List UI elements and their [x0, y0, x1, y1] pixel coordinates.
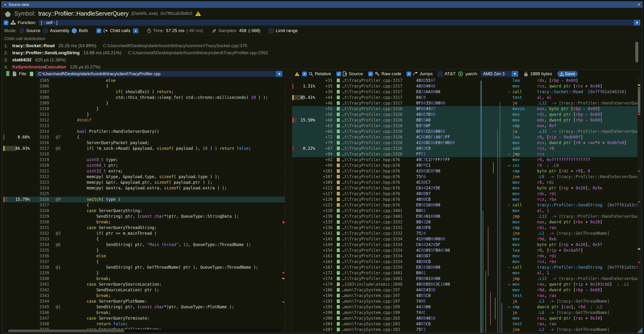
source-line-row[interactable]: 3328 case ServerQueryString:	[3, 208, 285, 214]
asm-source-location[interactable]: …mon\TracySystem.cpp:199	[332, 304, 415, 310]
asm-source-location[interactable]: …t\TracyProfiler.cpp:3326	[332, 140, 415, 146]
assembly-vertical-scrollbar[interactable]	[638, 78, 641, 333]
asm-source-location[interactable]: …t\TracyProfiler.hpp:676	[332, 163, 415, 168]
asm-source-location[interactable]: …t\TracyProfiler.cpp:3401	[332, 208, 415, 213]
child-calls-toggle[interactable]: ✓ Child calls	[96, 28, 130, 33]
source-vertical-scrollbar[interactable]	[282, 78, 285, 333]
asm-source-location[interactable]: …t\TracyProfiler.cpp:3401	[332, 270, 415, 276]
chevron-down-icon[interactable]: ▼	[276, 71, 282, 77]
source-line-row[interactable]: 3309 }	[3, 101, 285, 106]
asm-row[interactable]: +63…t\TracyProfiler.cpp:332683F80Fcmpeax…	[292, 123, 641, 129]
asm-row[interactable]: +143…t\TracyProfiler.cpp:333441B90B00000…	[292, 236, 641, 242]
asm-row[interactable]: +102…t\TracyProfiler.hpp:67642803C0F00cm…	[292, 168, 641, 174]
asm-row[interactable]: +195…mon\TracySystem.cpp:199443900→cmpdw…	[292, 304, 641, 310]
child-call-item[interactable]: 4.KeSynchronizeExecution125 μs (0.27%)	[4, 63, 640, 69]
asm-row[interactable]: +120…t\TracyProfiler.hpp:676488BCBmovrcx…	[292, 197, 641, 202]
resize-handle[interactable]	[637, 328, 642, 333]
asm-source-location[interactable]: …t\TracyProfiler.hpp:676	[332, 197, 415, 202]
source-line-row[interactable]: 3306 {	[3, 83, 285, 89]
source-line-row[interactable]: 3321 uint32_t extra;	[3, 168, 285, 174]
asm-source-location[interactable]: …t\TracyProfiler.cpp:3334	[332, 242, 415, 247]
child-call-item[interactable]: 3.stat64i32625 μs (1.36%)	[4, 56, 640, 63]
mode-radio-both[interactable]: Both	[72, 28, 88, 33]
checkbox-icon[interactable]: ✓	[336, 71, 341, 76]
close-icon[interactable]: ×	[638, 2, 640, 7]
asm-source-location[interactable]: …t\TracyProfiler.cpp:3334	[332, 259, 415, 264]
asm-source-location[interactable]: …t\TracyProfiler.cpp:3317	[332, 83, 415, 89]
radio-icon[interactable]	[72, 28, 77, 33]
source-line-row[interactable]: 3347 case ServerQueryTerminate:	[3, 316, 285, 321]
asm-source-location[interactable]: …t\TracyProfiler.hpp:676	[332, 174, 415, 179]
asm-source-location[interactable]: …t\TracyProfiler.cpp:3401	[332, 214, 415, 219]
asm-row[interactable]: +164…t\TracyProfiler.cpp:3334488BCBmovrc…	[292, 259, 641, 265]
source-line-row[interactable]: 3332@3 if( ptr == m_mainThread )	[3, 231, 285, 236]
source-line-row[interactable]: 3329 SendString( ptr, (const char*)ptr, …	[3, 214, 285, 219]
ccd-scrollbar[interactable]	[635, 42, 638, 62]
source-line-row[interactable]: 3348 return false;	[3, 321, 285, 327]
asm-source-location[interactable]: …t\TracyProfiler.hpp:676	[332, 180, 415, 185]
source-line-row[interactable]: 3337 {	[3, 259, 285, 265]
asm-source-location[interactable]: …t\TracyProfiler.cpp:3334	[332, 253, 415, 259]
asm-source-location[interactable]: …t\TracyProfiler.cpp:3317	[332, 101, 415, 106]
asm-source-location[interactable]: …t\TracyProfiler.cpp:3326	[332, 135, 415, 140]
source-line-row[interactable]: 3308 std::this_thread::sleep_for( std::c…	[3, 95, 285, 101]
asm-source-location[interactable]: …t\TracyProfiler.cpp:3326	[332, 129, 415, 134]
asm-source-location[interactable]: …t\TracyProfiler.cpp:3332	[332, 231, 415, 236]
source-line-row[interactable]: 3333 {	[3, 236, 285, 242]
source-line-row[interactable]: 3318	[3, 152, 285, 157]
function-combo[interactable]: [ - self - ] ▼	[38, 19, 640, 26]
asm-row[interactable]: +186…mon\TracySystem.cpp:197448B4598movr…	[292, 287, 641, 293]
asm-source-location[interactable]: …t\TracyProfiler.hpp:676	[332, 202, 415, 208]
asm-row[interactable]: +179…1103\include\atomic:1048488B05B63C1…	[292, 282, 641, 287]
source-line-row[interactable]: 15.79%3326@9 switch( type )	[3, 197, 285, 202]
limit-range-toggle[interactable]: Limit range	[269, 28, 298, 33]
asm-row[interactable]: +209…mon\TracySystem.cpp:258488D35E88610…	[292, 333, 641, 333]
asm-row[interactable]: +46…t\TracyProfiler.cpp:33170F8435020000…	[292, 101, 641, 106]
asm-row[interactable]: +200…mon\TracySystem.cpp:203488B4010movr…	[292, 316, 641, 321]
save-button[interactable]: Save	[557, 71, 578, 77]
checkbox-icon[interactable]	[269, 28, 274, 33]
source-line-row[interactable]: 3319 uint8_t type;	[3, 157, 285, 163]
asm-row[interactable]: 15.50%+60…t\TracyProfiler.cpp:33268B55A0…	[292, 118, 641, 123]
asm-source-location[interactable]: …t\TracyProfiler.cpp:3326	[332, 112, 415, 117]
asm-row[interactable]: +52…t\TracyProfiler.cpp:33260FB64597movz…	[292, 106, 641, 112]
asm-row[interactable]: +66…t\TracyProfiler.cpp:33260F87CE060000…	[292, 129, 641, 135]
radio-icon[interactable]	[19, 28, 24, 33]
asm-source-location[interactable]: …t\TracyProfiler.cpp:3401	[332, 276, 415, 281]
collapse-up-button[interactable]: ▲	[133, 28, 138, 33]
asm-source-location[interactable]: …mon\TracySystem.cpp:197	[332, 287, 415, 293]
asm-row[interactable]: +167…t\TracyProfiler.cpp:3334E824160000‹…	[292, 265, 641, 270]
asm-source-location[interactable]: …t\TracyProfiler.cpp:3317	[332, 95, 415, 100]
asm-source-location[interactable]: …t\TracyProfiler.cpp:3326	[332, 118, 415, 123]
asm-row[interactable]: +154…t\TracyProfiler.cpp:33344C8D055FBA0…	[292, 248, 641, 253]
asm-source-location[interactable]: …t\TracyProfiler.cpp:3326	[332, 152, 415, 157]
source-line-row[interactable]: 3327 {	[3, 202, 285, 208]
asm-source-location[interactable]: …mon\TracySystem.cpp:197	[332, 299, 415, 304]
source-line-row[interactable]: 3312#endif	[3, 118, 285, 123]
source-line-row[interactable]: 3335 }	[3, 248, 285, 253]
source-line-row[interactable]: 3305 else	[3, 78, 285, 83]
asm-source-location[interactable]: …t\TracyProfiler.cpp:3326	[332, 123, 415, 129]
uarch-combo[interactable]: AMD Zen 3 ▼	[480, 71, 518, 77]
asm-row[interactable]: +31…t\TracyProfiler.cpp:3317488D5597lear…	[292, 78, 641, 83]
toolbar-toggle-raw-code[interactable]: ✓Raw code	[368, 71, 402, 76]
asm-row[interactable]: +204…mon\TracySystem.cpp:2034885C0testra…	[292, 321, 641, 327]
source-line-row[interactable]: 3340 break;	[3, 276, 285, 282]
source-line-row[interactable]: 3345@1 SendString( ptr, (const char*)ptr…	[3, 304, 285, 310]
asm-source-location[interactable]: …t\TracyProfiler.hpp:676	[332, 185, 415, 191]
asm-source-location[interactable]: …1103\include\atomic:1048	[332, 282, 415, 287]
asm-row[interactable]: +123…t\TracyProfiler.hpp:676E850160000‹c…	[292, 202, 641, 208]
asm-row[interactable]: +99…t\TracyProfiler.hpp:67649FFC1→incr9 …	[292, 163, 641, 168]
source-line-row[interactable]: 3342 SendSourceLocation( ptr );	[3, 287, 285, 293]
asm-row[interactable]: 45.41%+44…t\TracyProfiler.cpp:331784C0te…	[292, 95, 641, 101]
asm-row[interactable]: +174…t\TracyProfiler.cpp:3401E9B8010000j…	[292, 276, 641, 282]
asm-row[interactable]: +109…t\TracyProfiler.hpp:6764C8BC7movr8,…	[292, 180, 641, 185]
asm-row[interactable]: +107…t\TracyProfiler.hpp:67675F6jne.L0 -…	[292, 174, 641, 180]
asm-source-location[interactable]: …t\TracyProfiler.cpp:3334	[332, 265, 415, 270]
asm-row[interactable]: +161…t\TracyProfiler.cpp:3334488BD7movrd…	[292, 253, 641, 259]
asm-row[interactable]: +130…t\TracyProfiler.cpp:3401E9E4010000j…	[292, 214, 641, 219]
asm-row[interactable]: +117…t\TracyProfiler.hpp:676488BD7movrdx…	[292, 191, 641, 197]
source-line-row[interactable]: 3330 break;	[3, 219, 285, 225]
asm-source-location[interactable]: …mon\TracySystem.cpp:203	[332, 321, 415, 327]
asm-source-location[interactable]: …t\TracyProfiler.cpp:3332	[332, 225, 415, 230]
